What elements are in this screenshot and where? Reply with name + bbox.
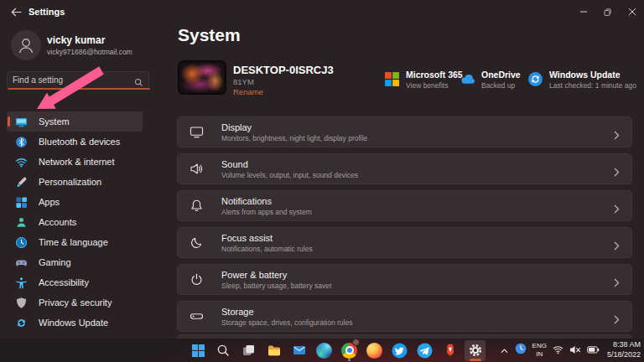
chrome-profile-badge — [352, 339, 360, 346]
sidebar-item-label: Personalization — [39, 177, 101, 187]
clock-icon — [15, 236, 28, 249]
sidebar-item-label: Network & internet — [39, 157, 114, 167]
mail-button[interactable] — [288, 340, 309, 361]
card-focus-assist[interactable]: Focus assist Notifications, automatic ru… — [177, 227, 632, 258]
sidebar-item-gaming[interactable]: Gaming — [7, 252, 143, 272]
sidebar-item-label: Time & language — [39, 237, 108, 247]
close-icon — [628, 8, 636, 16]
sidebar-item-system[interactable]: System — [7, 111, 143, 132]
sidebar-item-accessibility[interactable]: Accessibility — [7, 272, 143, 292]
card-storage[interactable]: Storage Storage space, drives, configura… — [177, 301, 632, 332]
sidebar-item-privacy[interactable]: Privacy & security — [7, 292, 143, 313]
chevron-right-icon — [614, 313, 620, 328]
telegram-button[interactable] — [414, 340, 435, 361]
edge-icon — [316, 343, 332, 359]
storage-drive-icon — [190, 309, 204, 323]
card-title: Focus assist — [221, 233, 313, 243]
volume-mute-icon[interactable] — [569, 343, 581, 358]
tray-chevron-up-icon[interactable] — [500, 343, 509, 358]
card-title: Display — [221, 122, 367, 132]
restore-icon — [603, 8, 612, 17]
start-button[interactable] — [188, 340, 209, 361]
tray-clock-icon[interactable] — [515, 343, 527, 358]
tray-date: 5/18/2022 — [607, 350, 641, 360]
card-power-battery[interactable]: Power & battery Sleep, battery usage, ba… — [177, 264, 632, 295]
bell-icon — [190, 199, 204, 213]
user-name: vicky kumar — [47, 34, 105, 46]
status-subtitle: Last checked: 1 minute ago — [549, 81, 636, 90]
bluetooth-icon — [15, 136, 28, 148]
sidebar-item-windows-update[interactable]: Windows Update — [7, 313, 143, 333]
close-button[interactable] — [620, 0, 644, 23]
taskbar-apps — [188, 339, 486, 361]
brave-button[interactable] — [439, 340, 460, 361]
sidebar-item-time-language[interactable]: Time & language — [7, 232, 143, 252]
brush-icon — [15, 176, 28, 189]
rename-link[interactable]: Rename — [233, 87, 263, 96]
card-subtitle: Monitors, brightness, night light, displ… — [221, 134, 367, 142]
wifi-icon — [15, 156, 28, 168]
folder-icon — [267, 343, 282, 358]
language-indicator[interactable]: ENG IN — [532, 342, 547, 359]
sidebar: vicky kumar vicky971686@hotmail.com Syst… — [0, 23, 156, 339]
twitter-icon — [392, 343, 408, 359]
mail-icon — [292, 343, 307, 358]
firefox-button[interactable] — [364, 340, 385, 361]
file-explorer-button[interactable] — [263, 340, 284, 361]
status-title: OneDrive — [481, 70, 521, 80]
wifi-tray-icon[interactable] — [553, 343, 564, 358]
settings-window: Settings vicky kumar vicky9716 — [0, 0, 644, 362]
page-title: System — [178, 25, 241, 45]
card-notifications[interactable]: Notifications Alerts from apps and syste… — [177, 190, 632, 221]
card-sound[interactable]: Sound Volume levels, output, input, soun… — [177, 153, 632, 184]
sidebar-item-apps[interactable]: Apps — [7, 192, 143, 212]
chrome-button[interactable] — [339, 340, 360, 361]
device-name: DESKTOP-0ISRCJ3 — [233, 64, 334, 76]
sidebar-item-label: Accessibility — [39, 277, 89, 287]
moon-icon — [190, 235, 204, 250]
person-icon — [15, 216, 28, 229]
settings-button[interactable] — [465, 340, 486, 361]
status-windows-update[interactable]: Windows Update Last checked: 1 minute ag… — [527, 70, 636, 90]
status-title: Microsoft 365 — [406, 70, 463, 80]
task-view-button[interactable] — [238, 340, 259, 361]
back-button[interactable] — [7, 4, 25, 19]
shield-icon — [15, 297, 28, 309]
taskbar: ENG IN 8:38 AM 5/18/2022 — [0, 339, 644, 362]
language-line2: IN — [532, 350, 547, 359]
taskbar-search-button[interactable] — [213, 340, 234, 361]
sidebar-item-personalization[interactable]: Personalization — [7, 172, 143, 192]
gamepad-icon — [15, 256, 28, 269]
apps-grid-icon — [15, 196, 28, 209]
clock-date[interactable]: 8:38 AM 5/18/2022 — [607, 340, 641, 359]
brave-icon — [443, 343, 458, 359]
status-title: Windows Update — [549, 70, 636, 80]
device-thumbnail — [178, 60, 226, 95]
edge-button[interactable] — [314, 340, 335, 361]
sidebar-item-bluetooth[interactable]: Bluetooth & devices — [7, 132, 143, 152]
minimize-button[interactable] — [571, 0, 595, 23]
status-onedrive[interactable]: OneDrive Backed up — [460, 70, 521, 90]
avatar[interactable] — [11, 30, 41, 60]
chevron-right-icon — [614, 165, 620, 180]
twitter-button[interactable] — [389, 340, 410, 361]
status-microsoft-365[interactable]: Microsoft 365 View benefits — [384, 70, 463, 90]
chevron-right-icon — [614, 128, 620, 143]
back-arrow-icon — [10, 7, 23, 18]
user-silhouette-icon — [15, 34, 37, 56]
minimize-icon — [579, 8, 588, 16]
card-subtitle: Notifications, automatic rules — [221, 245, 313, 253]
windows-logo-icon — [191, 344, 205, 358]
search-box[interactable] — [7, 71, 149, 88]
card-display[interactable]: Display Monitors, brightness, night ligh… — [177, 116, 632, 147]
sidebar-item-label: Windows Update — [39, 318, 108, 328]
restore-button[interactable] — [595, 0, 620, 23]
search-input[interactable] — [13, 73, 130, 86]
system-monitor-icon — [15, 116, 28, 128]
accessibility-icon — [15, 277, 28, 289]
microsoft-365-icon — [384, 71, 400, 87]
battery-icon[interactable] — [587, 343, 600, 358]
chevron-right-icon — [614, 276, 620, 291]
sidebar-item-network[interactable]: Network & internet — [7, 152, 143, 172]
sidebar-item-accounts[interactable]: Accounts — [7, 212, 143, 232]
